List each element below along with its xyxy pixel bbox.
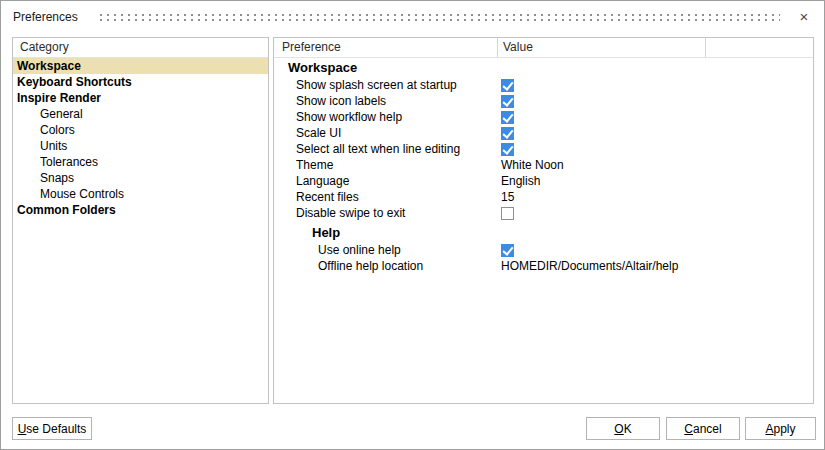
preference-panel: Preference Value Workspace Show splash s… — [273, 37, 814, 404]
category-item-inspire-render[interactable]: Inspire Render — [13, 90, 268, 106]
pref-row-scale-ui: Scale UI — [274, 125, 813, 141]
pref-row-show-splash-screen: Show splash screen at startup — [274, 77, 813, 93]
category-panel: Category Workspace Keyboard Shortcuts In… — [12, 37, 269, 404]
checkbox-show-icon-labels[interactable] — [501, 95, 514, 108]
dialog-title: Preferences — [13, 10, 78, 24]
pref-row-select-all-text: Select all text when line editing — [274, 141, 813, 157]
value-recent-files[interactable]: 15 — [501, 190, 514, 204]
category-item-snaps[interactable]: Snaps — [13, 170, 268, 186]
section-header-workspace: Workspace — [274, 58, 813, 77]
value-language[interactable]: English — [501, 174, 540, 188]
category-item-keyboard-shortcuts[interactable]: Keyboard Shortcuts — [13, 74, 268, 90]
cancel-button[interactable]: Cancel — [666, 417, 740, 440]
ok-button[interactable]: OK — [586, 417, 660, 440]
category-item-common-folders[interactable]: Common Folders — [13, 202, 268, 218]
category-column-header: Category — [13, 38, 268, 58]
checkbox-show-splash-screen[interactable] — [501, 79, 514, 92]
checkbox-select-all-text[interactable] — [501, 143, 514, 156]
empty-column-header — [705, 38, 813, 57]
category-item-colors[interactable]: Colors — [13, 122, 268, 138]
category-item-tolerances[interactable]: Tolerances — [13, 154, 268, 170]
pref-row-show-workflow-help: Show workflow help — [274, 109, 813, 125]
category-item-workspace[interactable]: Workspace — [13, 58, 268, 74]
category-item-mouse-controls[interactable]: Mouse Controls — [13, 186, 268, 202]
checkbox-show-workflow-help[interactable] — [501, 111, 514, 124]
preferences-dialog: Preferences × Category Workspace Keyboar… — [0, 0, 825, 450]
use-defaults-button[interactable]: Use Defaults — [12, 417, 92, 440]
preference-column-header: Preference — [274, 38, 497, 57]
pref-row-offline-help-location: Offline help location HOMEDIR/Documents/… — [274, 258, 813, 274]
pref-row-theme: Theme White Noon — [274, 157, 813, 173]
checkbox-disable-swipe[interactable] — [501, 207, 514, 220]
pref-row-language: Language English — [274, 173, 813, 189]
checkbox-scale-ui[interactable] — [501, 127, 514, 140]
value-offline-help-location[interactable]: HOMEDIR/Documents/Altair/help — [501, 259, 678, 273]
pref-row-show-icon-labels: Show icon labels — [274, 93, 813, 109]
category-item-units[interactable]: Units — [13, 138, 268, 154]
value-column-header: Value — [497, 38, 705, 57]
close-icon[interactable]: × — [796, 9, 812, 25]
pref-row-use-online-help: Use online help — [274, 242, 813, 258]
category-item-general[interactable]: General — [13, 106, 268, 122]
pref-row-disable-swipe: Disable swipe to exit — [274, 205, 813, 221]
checkbox-use-online-help[interactable] — [501, 244, 514, 257]
section-header-help: Help — [274, 223, 813, 242]
pref-row-recent-files: Recent files 15 — [274, 189, 813, 205]
drag-handle-dots[interactable] — [100, 13, 780, 21]
value-theme[interactable]: White Noon — [501, 158, 564, 172]
apply-button[interactable]: Apply — [745, 417, 816, 440]
title-bar[interactable]: Preferences × — [1, 1, 824, 33]
